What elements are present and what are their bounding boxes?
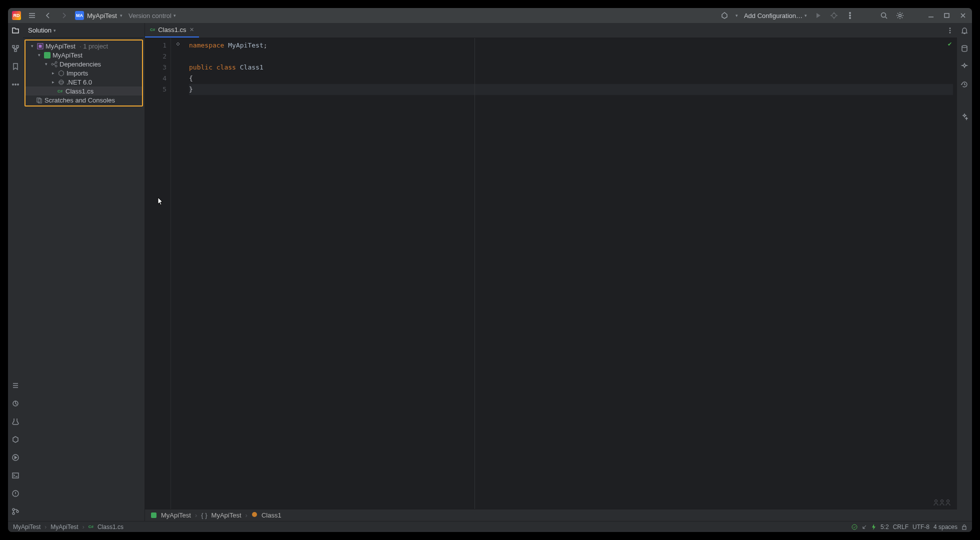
tree-node-file[interactable]: C# Class1.cs bbox=[26, 86, 142, 96]
svg-point-32 bbox=[935, 500, 938, 502]
chevron-right-icon: › bbox=[82, 524, 84, 530]
vcs-menu[interactable]: Version control ▾ bbox=[128, 12, 176, 20]
project-selector[interactable]: MA MyApiTest ▾ bbox=[75, 11, 122, 20]
crumb-project[interactable]: MyApiTest bbox=[161, 512, 191, 519]
tree-node-solution[interactable]: ▾ MyApiTest · 1 project bbox=[26, 42, 142, 50]
status-eol[interactable]: CRLF bbox=[893, 524, 908, 530]
window-minimize-icon[interactable] bbox=[926, 10, 936, 20]
chevron-right-icon: › bbox=[195, 512, 197, 519]
chevron-down-icon: ▾ bbox=[804, 13, 807, 18]
status-indent[interactable]: 4 spaces bbox=[934, 524, 958, 530]
editor-tab[interactable]: C# Class1.cs ✕ bbox=[145, 23, 199, 38]
add-configuration-label: Add Configuration… bbox=[744, 12, 802, 20]
code-editor[interactable]: 1 2 3 4 5 namespace MyApiTest; public cl… bbox=[145, 38, 957, 509]
chevron-down-icon: ▾ bbox=[36, 52, 42, 58]
history-icon[interactable] bbox=[960, 80, 969, 89]
ai-assist-icon[interactable] bbox=[960, 62, 969, 71]
tree-label: MyApiTest bbox=[52, 52, 82, 59]
debug-icon[interactable] bbox=[829, 10, 839, 20]
readers-icon bbox=[933, 499, 951, 506]
status-ok-icon[interactable] bbox=[852, 524, 858, 530]
settings-icon[interactable] bbox=[895, 10, 905, 20]
svg-point-37 bbox=[852, 524, 857, 530]
services-icon[interactable] bbox=[11, 399, 20, 408]
line-number-gutter: 1 2 3 4 5 bbox=[145, 38, 171, 509]
explorer-icon[interactable] bbox=[11, 26, 20, 35]
svg-point-31 bbox=[950, 32, 950, 33]
status-path-2[interactable]: MyApiTest bbox=[50, 524, 78, 530]
tree-node-sdk[interactable]: ▸ .NET 6.0 bbox=[26, 78, 142, 86]
editor-area: C# Class1.cs ✕ 1 2 3 4 5 bbox=[145, 23, 957, 521]
todo-icon[interactable] bbox=[11, 381, 20, 390]
more-icon[interactable] bbox=[845, 10, 855, 20]
chevron-right-icon: › bbox=[44, 524, 46, 530]
tree-node-scratches[interactable]: Scratches and Consoles bbox=[26, 96, 142, 104]
add-configuration[interactable]: Add Configuration… ▾ bbox=[744, 12, 807, 20]
bookmarks-icon[interactable] bbox=[11, 62, 20, 71]
run-icon[interactable] bbox=[813, 10, 823, 20]
status-caret[interactable]: 5:2 bbox=[880, 524, 889, 530]
tree-node-imports[interactable]: ▸ Imports bbox=[26, 68, 142, 78]
status-power-icon[interactable] bbox=[872, 524, 876, 530]
database-icon[interactable] bbox=[960, 44, 969, 53]
unit-tests-icon[interactable] bbox=[11, 417, 20, 426]
search-icon[interactable] bbox=[879, 10, 889, 20]
chevron-right-icon: ▸ bbox=[50, 70, 56, 76]
solution-tree-highlight: ▾ MyApiTest · 1 project ▾ MyApiTest ▾ bbox=[24, 40, 143, 106]
status-analyzer-icon[interactable] bbox=[862, 524, 868, 530]
status-encoding[interactable]: UTF-8 bbox=[912, 524, 930, 530]
chevron-down-icon[interactable]: ▾ bbox=[736, 13, 738, 18]
status-lock-icon[interactable] bbox=[962, 524, 967, 530]
more-tools-icon[interactable] bbox=[11, 80, 20, 89]
left-tool-strip bbox=[8, 23, 23, 521]
notifications-icon[interactable] bbox=[960, 26, 969, 35]
svg-point-23 bbox=[55, 61, 57, 63]
solution-header[interactable]: Solution ▾ bbox=[23, 23, 144, 38]
svg-rect-7 bbox=[12, 46, 14, 48]
csharp-file-icon: C# bbox=[150, 28, 155, 32]
status-path-file[interactable]: Class1.cs bbox=[98, 524, 124, 530]
git-icon[interactable] bbox=[11, 507, 20, 516]
svg-point-26 bbox=[58, 81, 63, 83]
svg-point-12 bbox=[18, 84, 18, 85]
ai-sparkle-icon[interactable] bbox=[960, 112, 969, 121]
code-content[interactable]: namespace MyApiTest; public class Class1… bbox=[185, 38, 957, 509]
problems-icon[interactable] bbox=[11, 489, 20, 498]
editor-tab-menu-icon[interactable] bbox=[943, 23, 957, 38]
chevron-down-icon: ▾ bbox=[44, 62, 48, 66]
main-menu-icon[interactable] bbox=[27, 10, 37, 20]
status-bar: MyApiTest › MyApiTest › C# Class1.cs 5:2… bbox=[8, 521, 972, 532]
run-tool-icon[interactable] bbox=[11, 453, 20, 462]
svg-rect-15 bbox=[12, 473, 18, 478]
nav-back-icon[interactable] bbox=[43, 10, 53, 20]
tree-node-project[interactable]: ▾ MyApiTest bbox=[26, 50, 142, 60]
crumb-class[interactable]: Class1 bbox=[262, 512, 282, 519]
main-row: Solution ▾ ▾ MyApiTest · 1 project ▾ MyA… bbox=[8, 23, 972, 521]
dependencies-icon bbox=[50, 60, 58, 68]
imports-icon bbox=[58, 70, 64, 76]
chevron-right-icon: › bbox=[246, 512, 248, 519]
structure-icon[interactable] bbox=[11, 44, 20, 53]
fold-icon[interactable] bbox=[171, 40, 185, 51]
nuget-icon[interactable] bbox=[11, 435, 20, 444]
crumb-namespace[interactable]: MyApiTest bbox=[212, 512, 242, 519]
svg-point-36 bbox=[962, 46, 967, 48]
svg-point-5 bbox=[899, 14, 902, 17]
solution-icon bbox=[36, 42, 44, 50]
svg-point-35 bbox=[252, 512, 257, 517]
build-icon[interactable] bbox=[720, 10, 730, 20]
status-path-1[interactable]: MyApiTest bbox=[13, 524, 40, 530]
inspection-ok-icon[interactable]: ✔ bbox=[948, 41, 952, 48]
csharp-file-icon: C# bbox=[88, 524, 94, 529]
terminal-icon[interactable] bbox=[11, 471, 20, 480]
window-restore-icon[interactable] bbox=[942, 10, 952, 20]
app-logo: RD bbox=[12, 11, 21, 20]
svg-rect-9 bbox=[14, 50, 16, 52]
close-tab-icon[interactable]: ✕ bbox=[190, 26, 194, 33]
nav-forward-icon[interactable] bbox=[59, 10, 69, 20]
window-close-icon[interactable] bbox=[958, 10, 968, 20]
tree-node-dependencies[interactable]: ▾ Dependencies bbox=[26, 60, 142, 68]
namespace-icon: { } bbox=[201, 512, 207, 519]
svg-point-1 bbox=[850, 12, 850, 14]
dotnet-icon bbox=[58, 78, 64, 86]
